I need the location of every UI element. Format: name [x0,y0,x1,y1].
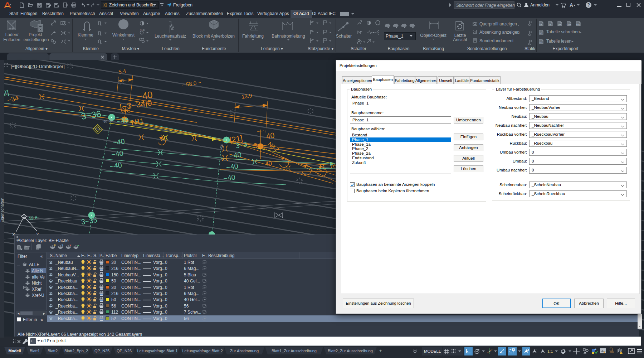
svg-text:−40: −40 [117,116,129,125]
svg-text:40: 40 [265,160,272,168]
svg-text:[−][Oben][2D-Drahtkörper]: [−][Oben][2D-Drahtkörper] [11,64,65,69]
svg-text:5.4: 5.4 [118,68,126,75]
svg-text:?: ? [587,3,590,8]
svg-text:40: 40 [265,131,275,140]
svg-text:−40: −40 [229,150,242,160]
svg-text:−40: −40 [223,173,236,183]
svg-text:−40: −40 [111,149,124,159]
svg-text:−40: −40 [109,161,122,170]
svg-text:N1: N1 [140,29,143,31]
svg-text:−40: −40 [225,162,239,171]
svg-text:−40: −40 [112,137,125,147]
